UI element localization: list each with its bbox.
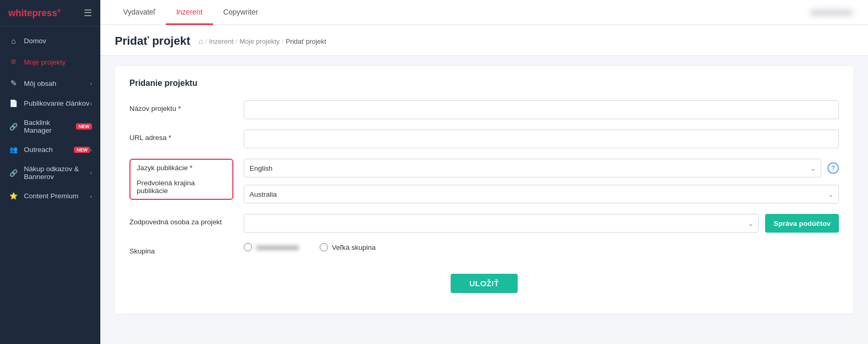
content-icon: ✎ xyxy=(8,79,19,88)
project-name-row: Názov projektu * xyxy=(129,100,839,119)
radio-option1-input[interactable] xyxy=(244,243,252,251)
hamburger-icon[interactable]: ☰ xyxy=(84,7,92,19)
sidebar-item-content-premium[interactable]: ⭐ Content Premium › xyxy=(0,186,100,206)
lang-country-row: Jazyk publikácie * Predvolená krajina pu… xyxy=(129,159,839,203)
breadcrumb-home-icon: ⌂ xyxy=(199,37,203,45)
tabs-list: Vydavateľ Inzerent Copywriter xyxy=(113,1,268,24)
group-row: Skupina ●●●●●●●●●● Veľká skupina xyxy=(129,243,839,255)
save-button[interactable]: ULOŽIŤ xyxy=(451,274,518,293)
manage-accounts-button[interactable]: Správa podúčtov xyxy=(765,214,839,233)
sidebar-label-outreach: Outreach xyxy=(24,146,71,154)
country-select[interactable]: Australia Slovakia Czech Republic United… xyxy=(244,185,839,203)
sidebar: whitepress® ☰ ⌂ Domov ≡ Moje projekty ✎ … xyxy=(0,0,100,344)
project-name-field xyxy=(244,100,839,119)
sidebar-item-publikovanie[interactable]: 📄 Publikovanie článkov › xyxy=(0,94,100,113)
radio-option-1[interactable]: ●●●●●●●●●● xyxy=(244,243,299,251)
url-input[interactable] xyxy=(244,130,839,148)
arrow-icon: › xyxy=(90,170,92,176)
form-card-title: Pridanie projektu xyxy=(129,79,839,88)
radio-option2-label: Veľká skupina xyxy=(332,244,376,251)
sidebar-label-moje-projekty: Moje projekty xyxy=(24,58,92,66)
sidebar-item-domov[interactable]: ⌂ Domov xyxy=(0,31,100,51)
language-label: Jazyk publikácie * xyxy=(137,164,226,172)
lang-country-highlight: Jazyk publikácie * Predvolená krajina pu… xyxy=(129,159,233,200)
logo: whitepress® xyxy=(8,8,61,19)
sidebar-item-moje-projekty[interactable]: ≡ Moje projekty xyxy=(0,51,100,73)
logo-white: white xyxy=(8,8,32,18)
link-icon: 🔗 xyxy=(8,169,19,177)
content-area: Pridať projekt ⌂ / Inzerent / Moje proje… xyxy=(100,25,868,344)
main-area: Vydavateľ Inzerent Copywriter ●●●●●●●●●●… xyxy=(100,0,868,344)
language-select[interactable]: English Slovak Czech xyxy=(244,159,821,177)
breadcrumb-moje-projekty[interactable]: Moje projekty xyxy=(240,37,280,45)
sidebar-item-outreach[interactable]: 👥 Outreach NEW › xyxy=(0,140,100,159)
sidebar-label-domov: Domov xyxy=(24,37,92,45)
page-header: Pridať projekt ⌂ / Inzerent / Moje proje… xyxy=(100,25,868,56)
tab-copywriter[interactable]: Copywriter xyxy=(213,1,269,25)
page-title: Pridať projekt xyxy=(115,34,190,48)
arrow-icon: › xyxy=(90,147,92,153)
responsible-select[interactable] xyxy=(244,214,759,233)
backlink-icon: 🔗 xyxy=(8,123,19,131)
projects-icon: ≡ xyxy=(8,57,19,67)
sidebar-label-moj-obsah: Môj obsah xyxy=(24,80,90,87)
outreach-icon: 👥 xyxy=(8,146,19,154)
new-badge-outreach: NEW xyxy=(74,147,90,153)
home-icon: ⌂ xyxy=(8,36,19,45)
breadcrumb-current: Pridať projekt xyxy=(286,37,326,45)
group-label: Skupina xyxy=(129,243,233,255)
sidebar-item-moj-obsah[interactable]: ✎ Môj obsah › xyxy=(0,73,100,94)
responsible-select-wrapper: ⌄ xyxy=(244,214,759,233)
new-badge-backlink: NEW xyxy=(76,123,92,130)
url-label: URL adresa * xyxy=(129,130,233,142)
tab-inzerent[interactable]: Inzerent xyxy=(166,1,213,25)
sidebar-label-backlink: Backlink Manager xyxy=(24,119,73,134)
radio-option1-label: ●●●●●●●●●● xyxy=(256,244,299,251)
sidebar-item-backlink-manager[interactable]: 🔗 Backlink Manager NEW xyxy=(0,113,100,140)
premium-icon: ⭐ xyxy=(8,192,19,200)
project-name-input[interactable] xyxy=(244,100,839,119)
country-label: Predvolená krajina publikácie xyxy=(137,179,226,195)
form-card: Pridanie projektu Názov projektu * URL a… xyxy=(115,66,853,314)
tab-vydavatel[interactable]: Vydavateľ xyxy=(113,1,166,25)
responsible-label: Zodpovedná osoba za projekt xyxy=(129,214,233,226)
sidebar-label-content-premium: Content Premium xyxy=(24,192,90,200)
article-icon: 📄 xyxy=(8,99,19,107)
radio-option2-input[interactable] xyxy=(320,243,328,251)
grouped-selects: English Slovak Czech ⌄ ? Australia xyxy=(244,159,839,203)
breadcrumb: ⌂ / Inzerent / Moje projekty / Pridať pr… xyxy=(199,37,326,45)
user-info: ●●●●●●●●●● xyxy=(808,7,856,18)
radio-group: ●●●●●●●●●● Veľká skupina xyxy=(244,243,839,251)
arrow-icon: › xyxy=(90,80,92,86)
group-field: ●●●●●●●●●● Veľká skupina xyxy=(244,243,839,251)
country-field-row: Australia Slovakia Czech Republic United… xyxy=(244,185,839,203)
responsible-person-row: Zodpovedná osoba za projekt ⌄ Správa pod… xyxy=(129,214,839,233)
language-field-row: English Slovak Czech ⌄ ? xyxy=(244,159,839,177)
sidebar-label-publikovanie: Publikovanie článkov xyxy=(24,99,90,107)
url-row: URL adresa * xyxy=(129,130,839,148)
url-field xyxy=(244,130,839,148)
arrow-icon: › xyxy=(90,193,92,199)
language-select-wrapper: English Slovak Czech ⌄ xyxy=(244,159,821,177)
logo-press: press xyxy=(32,8,57,18)
top-tabs: Vydavateľ Inzerent Copywriter ●●●●●●●●●● xyxy=(100,0,868,25)
project-name-label: Názov projektu * xyxy=(129,100,233,112)
logo-reg: ® xyxy=(57,8,61,14)
sidebar-item-nakup-odkazov[interactable]: 🔗 Nákup odkazov & Bannerov › xyxy=(0,159,100,186)
sidebar-label-nakup: Nákup odkazov & Bannerov xyxy=(24,165,90,181)
country-select-wrapper: Australia Slovakia Czech Republic United… xyxy=(244,185,839,203)
responsible-field: ⌄ Správa podúčtov xyxy=(244,214,839,233)
responsible-field-group: ⌄ Správa podúčtov xyxy=(244,214,839,233)
arrow-icon: › xyxy=(90,100,92,107)
logo-area: whitepress® ☰ xyxy=(0,0,100,27)
language-info-icon[interactable]: ? xyxy=(827,162,839,174)
form-footer: ULOŽIŤ xyxy=(129,265,839,297)
breadcrumb-inzerent[interactable]: Inzerent xyxy=(209,37,233,45)
sidebar-nav: ⌂ Domov ≡ Moje projekty ✎ Môj obsah › 📄 … xyxy=(0,27,100,344)
radio-option-2[interactable]: Veľká skupina xyxy=(320,243,376,251)
